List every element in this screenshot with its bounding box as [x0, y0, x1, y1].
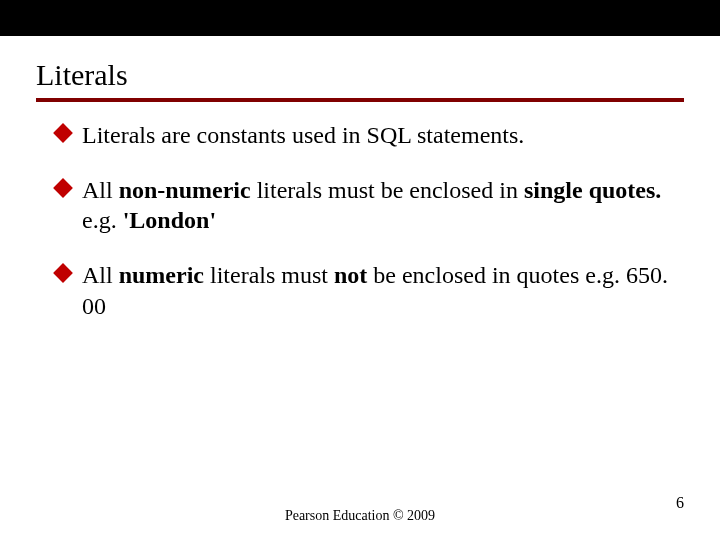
diamond-bullet-icon	[53, 178, 73, 198]
bullet-item: Literals are constants used in SQL state…	[56, 120, 680, 151]
bullet-text: All numeric literals must not be enclose…	[82, 262, 668, 319]
slide: Literals Literals are constants used in …	[0, 36, 720, 540]
bullet-item: All numeric literals must not be enclose…	[56, 260, 680, 321]
diamond-bullet-icon	[53, 123, 73, 143]
bullet-text: All non-numeric literals must be enclose…	[82, 177, 661, 234]
footer-copyright: Pearson Education © 2009	[0, 508, 720, 524]
slide-body: Literals are constants used in SQL state…	[0, 102, 720, 322]
title-block: Literals	[0, 36, 720, 102]
slide-title: Literals	[36, 58, 684, 92]
diamond-bullet-icon	[53, 263, 73, 283]
bullet-item: All non-numeric literals must be enclose…	[56, 175, 680, 236]
page-number: 6	[676, 494, 684, 512]
bullet-text: Literals are constants used in SQL state…	[82, 122, 524, 148]
